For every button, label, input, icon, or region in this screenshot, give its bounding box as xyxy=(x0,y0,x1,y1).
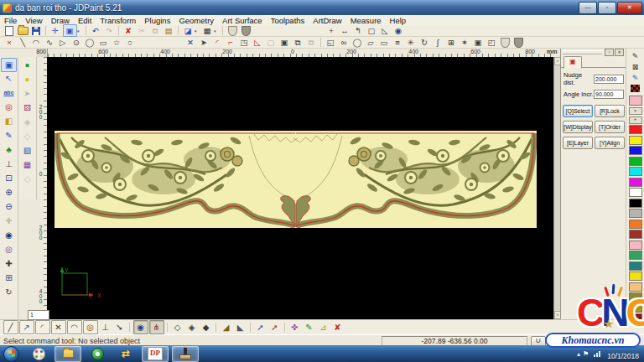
corner-box-icon[interactable]: ◰ xyxy=(486,37,498,48)
snap-node-icon[interactable]: ◉ xyxy=(133,320,148,334)
color-swatch[interactable] xyxy=(629,188,642,197)
nudge-move-icon[interactable]: ✛ xyxy=(49,25,62,36)
measure-width-icon[interactable]: ↔ xyxy=(339,25,351,36)
curve-tool-icon[interactable]: ∿ xyxy=(44,37,56,48)
shield-dark-icon[interactable] xyxy=(512,37,525,48)
circle-center-tool-icon[interactable]: ⊙ xyxy=(70,37,83,48)
group-icon[interactable]: ◱ xyxy=(325,37,337,48)
snap-quad-b-icon[interactable]: ◈ xyxy=(185,321,199,334)
network-icon[interactable] xyxy=(594,351,601,357)
snap-arc-icon[interactable]: ◠ xyxy=(67,320,82,334)
weld-tool-icon[interactable]: ✕ xyxy=(184,37,197,48)
chevron-down-icon[interactable]: ▾ xyxy=(214,28,220,34)
color-swatch[interactable] xyxy=(629,251,642,260)
taskbar-explorer[interactable] xyxy=(55,346,81,362)
paste-button[interactable]: ▤ xyxy=(163,25,175,36)
redo-button[interactable]: ↷ xyxy=(103,25,116,36)
circle-tool-icon[interactable]: ○ xyxy=(124,37,137,48)
surface-material-icon[interactable]: ◪ xyxy=(182,25,195,36)
cancel-tool-icon[interactable]: ✘ xyxy=(331,321,345,334)
chevron-down-icon[interactable]: ▾ xyxy=(77,28,83,34)
maximize-button[interactable]: ▫ xyxy=(598,2,616,14)
color-swatch[interactable] xyxy=(629,230,642,239)
lamp-on-toggle[interactable]: ● xyxy=(20,58,34,72)
angle-incr-input[interactable] xyxy=(594,90,624,99)
color-swatch[interactable] xyxy=(629,220,642,229)
open-button[interactable] xyxy=(17,25,29,36)
menu-edit[interactable]: Edit xyxy=(74,16,96,25)
pan-tool[interactable]: ✚ xyxy=(2,214,16,228)
select-mode-icon[interactable]: ▣ xyxy=(63,24,77,37)
mesh-grid-icon[interactable]: ▦ xyxy=(20,158,34,172)
pen-black-icon[interactable]: ✎ xyxy=(629,50,642,61)
parallelogram-icon[interactable]: ▱ xyxy=(365,37,377,48)
zoom-fit-tool[interactable]: ⊞ xyxy=(2,271,16,285)
rotate-view-icon[interactable]: ↰ xyxy=(352,25,365,36)
display-panel-button[interactable]: [W]Display xyxy=(563,121,593,133)
stack-icon[interactable]: ≡ xyxy=(392,37,404,48)
ellipse-tool-icon[interactable]: ◯ xyxy=(84,37,96,48)
menu-transform[interactable]: Transform xyxy=(96,16,140,25)
zoom-in-tool[interactable]: ⊕ xyxy=(2,185,16,199)
color-swatch[interactable] xyxy=(629,261,642,271)
erase-box-icon[interactable]: ⊠ xyxy=(629,61,642,72)
plumb-tool[interactable]: ⊥ xyxy=(2,157,16,171)
shield-light-icon[interactable] xyxy=(226,25,239,36)
rectangle-tool-icon[interactable]: ▭ xyxy=(97,37,110,48)
fill-tool[interactable]: ◧ xyxy=(2,114,16,128)
flag-icon[interactable]: ⚑ xyxy=(583,350,589,358)
pick-disabled-icon[interactable]: ➤ xyxy=(20,86,34,101)
snap-branch-icon[interactable]: ⋔ xyxy=(149,320,164,334)
ring-icon[interactable]: ◯ xyxy=(351,37,364,48)
color-swatch[interactable] xyxy=(629,157,642,166)
panel-grip[interactable]: ▫ ✕ xyxy=(561,49,626,55)
shield-dark-icon[interactable] xyxy=(240,25,252,36)
link-rings-icon[interactable]: ∞ xyxy=(338,37,351,48)
taskbar-jdpaint[interactable]: DP xyxy=(142,346,169,362)
cut-button[interactable]: ✂ xyxy=(136,25,148,36)
menu-help[interactable]: Help xyxy=(386,16,411,25)
text-tool[interactable]: abc xyxy=(2,85,16,100)
sweep-icon[interactable]: ↻ xyxy=(418,37,431,48)
color-swatch[interactable] xyxy=(629,272,642,281)
color-swatch[interactable] xyxy=(629,240,642,250)
refresh-view-tool[interactable]: ↻ xyxy=(2,285,16,299)
menu-measure[interactable]: Measure xyxy=(346,16,386,25)
pick-remove-icon[interactable]: ➚ xyxy=(254,321,267,334)
select-panel-button[interactable]: [Q]Select xyxy=(563,105,593,117)
snap-intersect-icon[interactable]: ✕ xyxy=(51,320,66,334)
taskbar-cnc-app[interactable] xyxy=(172,346,199,362)
menu-plugins[interactable]: Plugins xyxy=(140,16,174,25)
taskbar-browser-app[interactable] xyxy=(85,347,110,361)
delete-button[interactable]: ✘ xyxy=(122,25,135,36)
menu-artdraw[interactable]: ArtDraw xyxy=(309,16,345,25)
palette-scroll-up[interactable]: ▲ xyxy=(629,107,642,115)
offset-tool[interactable]: ◎ xyxy=(2,100,16,114)
duplicate-2-icon[interactable]: ⧉ xyxy=(305,37,318,48)
panel-minimize-button[interactable]: ▫ xyxy=(605,49,614,56)
star-tool-icon[interactable]: ☆ xyxy=(111,37,123,48)
clock-date[interactable]: 10/1/2018 xyxy=(607,352,639,360)
color-swatch[interactable] xyxy=(629,136,642,145)
menu-art-surface[interactable]: Art Surface xyxy=(218,16,267,25)
gem-b-icon[interactable]: ◇ xyxy=(20,129,34,143)
color-swatch[interactable] xyxy=(629,125,642,134)
protractor-icon[interactable]: ◺ xyxy=(379,25,392,36)
view-3d-icon[interactable]: ▧ xyxy=(20,143,34,158)
menu-draw[interactable]: Draw xyxy=(47,16,74,25)
save-button[interactable] xyxy=(30,25,43,36)
view-eye-tool[interactable]: ◉ xyxy=(2,228,16,242)
star-array-icon[interactable]: ✶ xyxy=(459,37,471,48)
duplicate-icon[interactable]: ⧉ xyxy=(292,37,304,48)
palette-scroll-down[interactable]: ▼ xyxy=(629,116,642,124)
profile-tool-icon[interactable]: ▷ xyxy=(57,37,70,48)
nudge-dist-input[interactable] xyxy=(594,75,624,84)
align-panel-button[interactable]: [Y]Align xyxy=(595,137,625,149)
snap-perpendicular-icon[interactable]: ⊥ xyxy=(99,321,112,334)
snap-line-icon[interactable]: ╱ xyxy=(3,320,18,334)
pick-remove-2-icon[interactable]: ➚ xyxy=(268,321,282,334)
count-spinner[interactable]: 1 xyxy=(28,310,49,320)
snap-tangent-icon[interactable]: ➘ xyxy=(113,321,127,334)
tray-expand-icon[interactable]: ▴ xyxy=(577,350,580,358)
brush-tool[interactable]: ✎ xyxy=(2,128,16,142)
